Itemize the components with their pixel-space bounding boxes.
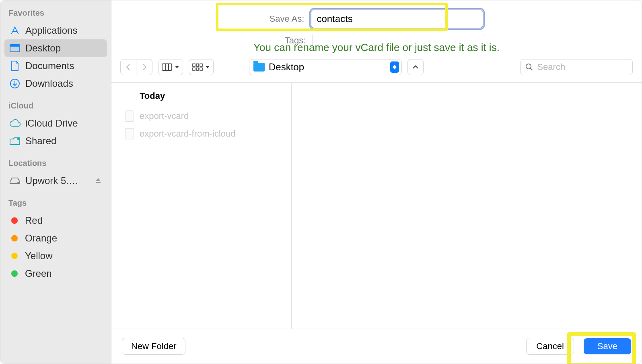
sidebar-item-label: iCloud Drive	[25, 118, 78, 129]
sidebar-item-label: Desktop	[25, 43, 61, 54]
sidebar-item-tag-yellow[interactable]: Yellow	[4, 247, 107, 265]
svg-rect-6	[162, 64, 172, 70]
svg-rect-9	[193, 64, 195, 66]
svg-rect-5	[96, 182, 101, 183]
sidebar-section-favorites: Favorites	[4, 6, 107, 22]
back-button[interactable]	[120, 59, 136, 75]
search-input[interactable]	[537, 62, 628, 72]
file-row[interactable]: export-vcard-from-icloud	[111, 125, 291, 143]
save-as-row: Save As:	[111, 0, 642, 29]
location-label: Desktop	[269, 61, 386, 73]
file-name: export-vcard-from-icloud	[140, 129, 235, 139]
forward-button[interactable]	[136, 59, 152, 75]
tags-row: Tags: You can rename your vCard file or …	[111, 33, 642, 49]
file-row[interactable]: export-vcard	[111, 107, 291, 125]
sidebar-item-label: Documents	[25, 60, 74, 72]
column-group-header: Today	[111, 83, 291, 107]
sidebar-item-label: Downloads	[25, 78, 73, 89]
file-browser: Today export-vcard export-vcard-from-icl…	[111, 82, 642, 329]
sidebar-item-label: Red	[25, 215, 43, 226]
sidebar-item-label: Shared	[25, 135, 56, 147]
search-field[interactable]	[520, 59, 633, 75]
chevron-up-icon	[412, 65, 419, 70]
cancel-button[interactable]: Cancel	[526, 338, 574, 355]
sidebar-item-label: Applications	[25, 25, 77, 36]
sidebar-item-label: Upwork 5.…	[25, 175, 78, 186]
group-icon	[192, 63, 203, 71]
svg-point-3	[17, 137, 19, 140]
save-dialog-window: Favorites Applications Desktop Documents…	[0, 0, 642, 364]
location-select[interactable]: Desktop	[249, 59, 402, 75]
nav-back-forward	[120, 59, 152, 75]
dialog-footer: New Folder Cancel Save	[111, 329, 642, 364]
svg-rect-13	[196, 68, 199, 70]
sidebar-item-external-disk[interactable]: Upwork 5.…	[4, 172, 107, 190]
tag-dot-icon	[11, 253, 18, 259]
tag-dot-icon	[11, 270, 18, 277]
sidebar-item-shared[interactable]: Shared	[4, 132, 107, 150]
location-stepper-icon	[390, 61, 399, 73]
sidebar-item-label: Yellow	[25, 250, 53, 262]
eject-icon[interactable]	[95, 177, 102, 184]
sidebar-section-tags: Tags	[4, 190, 107, 212]
sidebar-item-label: Orange	[25, 233, 57, 244]
desktop-icon	[9, 43, 21, 54]
view-columns-button[interactable]	[158, 59, 183, 75]
svg-line-16	[530, 68, 532, 70]
disk-icon	[9, 175, 21, 186]
sidebar-item-tag-red[interactable]: Red	[4, 212, 107, 229]
cloud-icon	[9, 118, 21, 129]
save-as-label: Save As:	[270, 14, 305, 24]
file-icon	[125, 110, 134, 122]
save-button[interactable]: Save	[584, 338, 631, 354]
sidebar-item-downloads[interactable]: Downloads	[4, 75, 107, 92]
file-icon	[125, 128, 134, 139]
annotation-text: You can rename your vCard file or just s…	[111, 41, 642, 54]
sidebar-section-locations: Locations	[4, 150, 107, 172]
sidebar-item-applications[interactable]: Applications	[4, 22, 107, 39]
svg-rect-1	[10, 45, 20, 47]
group-by-button[interactable]	[189, 59, 214, 75]
svg-rect-11	[200, 64, 202, 66]
tag-dot-icon	[11, 217, 18, 224]
columns-icon	[162, 63, 172, 71]
apps-icon	[9, 25, 21, 36]
document-icon	[9, 60, 21, 72]
preview-column	[292, 83, 642, 329]
new-folder-button[interactable]: New Folder	[122, 338, 185, 355]
search-icon	[525, 63, 533, 72]
svg-point-15	[526, 64, 531, 69]
svg-rect-12	[193, 68, 195, 70]
sidebar-item-tag-green[interactable]: Green	[4, 265, 107, 282]
sidebar-item-label: Green	[25, 268, 52, 279]
collapse-button[interactable]	[407, 59, 424, 75]
shared-folder-icon	[9, 135, 21, 147]
sidebar-item-icloud-drive[interactable]: iCloud Drive	[4, 115, 107, 132]
sidebar-section-icloud: iCloud	[4, 92, 107, 115]
sidebar-item-desktop[interactable]: Desktop	[4, 39, 107, 57]
sidebar-item-tag-orange[interactable]: Orange	[4, 229, 107, 247]
folder-icon	[253, 63, 265, 72]
svg-point-4	[18, 182, 19, 183]
save-as-input[interactable]	[311, 9, 484, 29]
file-column: Today export-vcard export-vcard-from-icl…	[111, 83, 292, 329]
download-icon	[9, 78, 21, 89]
sidebar: Favorites Applications Desktop Documents…	[0, 0, 111, 364]
svg-rect-10	[196, 64, 199, 66]
chevron-down-icon	[205, 65, 210, 69]
tag-dot-icon	[11, 235, 18, 241]
chevron-down-icon	[175, 65, 179, 69]
main-panel: Save As: Tags: You can rename your vCard…	[111, 0, 642, 364]
sidebar-item-documents[interactable]: Documents	[4, 57, 107, 75]
svg-rect-14	[200, 68, 202, 70]
file-name: export-vcard	[140, 111, 189, 121]
